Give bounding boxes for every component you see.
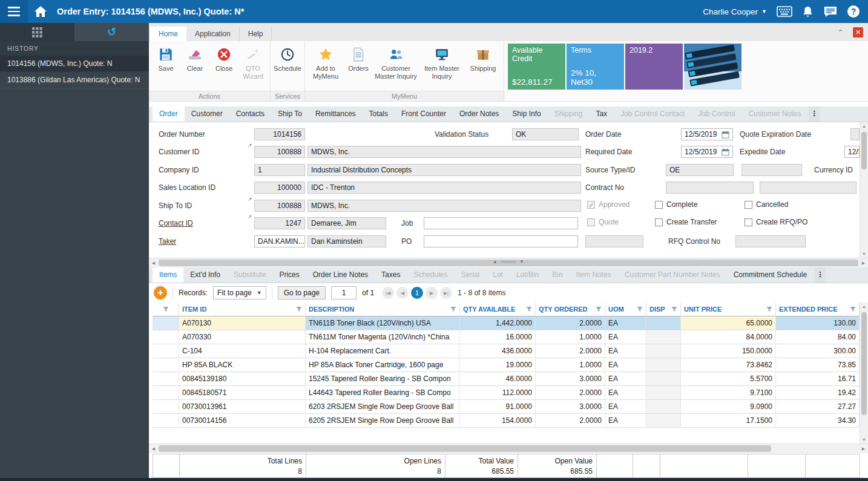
history-item-1014156[interactable]: 1014156 (MDWS, Inc.) Quote: N	[0, 56, 149, 72]
scroll-down-arrow[interactable]: ▼	[860, 250, 868, 258]
tab-tax[interactable]: Tax	[589, 106, 614, 122]
customer-master-inquiry-button[interactable]: Customer Master Inquiry	[373, 44, 418, 80]
add-line-button[interactable]: +	[154, 286, 167, 299]
cell-item-id[interactable]: 00845139180	[179, 372, 306, 386]
misc-field[interactable]	[585, 235, 643, 247]
cell-description[interactable]: H-104 Replacement Cart.	[306, 344, 460, 358]
external-link-icon[interactable]: ↗	[248, 214, 252, 220]
cell-disp[interactable]	[646, 344, 681, 358]
cell-unit-price[interactable]: 150.0000	[681, 344, 776, 358]
col-header-qty-available[interactable]: QTY AVAILABLE	[460, 303, 536, 316]
tile-terms[interactable]: Terms2% 10, Net30	[567, 44, 624, 90]
cell-disp[interactable]	[646, 386, 681, 400]
customer-id-field[interactable]: 100888	[254, 146, 305, 158]
tab-totals[interactable]: Totals	[363, 106, 395, 122]
expedite-date-field[interactable]: 12/5/2	[844, 146, 860, 158]
keyboard-icon[interactable]	[777, 6, 792, 17]
cell-qty-ordered[interactable]: 2.0000	[536, 414, 605, 428]
grid-horizontal-scrollbar[interactable]: ◀ ▶	[149, 443, 868, 453]
cell-disp[interactable]	[646, 358, 681, 372]
cell-uom[interactable]: EA	[605, 372, 646, 386]
go-to-page-button[interactable]: Go to page	[278, 286, 326, 299]
ship-to-name-field[interactable]: MDWS, Inc.	[307, 200, 581, 212]
cell-extended-price[interactable]: 300.00	[776, 344, 860, 358]
cell-qty-available[interactable]: 19.0000	[460, 358, 536, 372]
tile-available-credit[interactable]: Available Credit$22,811.27	[508, 44, 565, 90]
scroll-up-arrow[interactable]: ▲	[860, 303, 868, 310]
col-header-extended-price[interactable]: EXTENDED PRICE	[776, 303, 860, 316]
lower-tab-prices[interactable]: Prices	[272, 267, 306, 283]
cell-description[interactable]: 6205 2RSJEM Single Row Deep Groove Ball	[306, 414, 460, 428]
row-selector-cell[interactable]	[153, 386, 179, 400]
cell-description[interactable]: TN611M Toner Magenta (120V/inch) *China	[306, 330, 460, 344]
cell-description[interactable]: 6203 2RSJEM Single Row Deep Groove Ball	[306, 400, 460, 414]
chat-icon[interactable]	[823, 5, 838, 18]
help-icon[interactable]: ?	[847, 5, 860, 18]
form-vertical-scrollbar[interactable]: ▲ ▼	[860, 122, 868, 258]
cell-unit-price[interactable]: 9.0900	[681, 400, 776, 414]
menu-tab-application[interactable]: Application	[186, 27, 240, 41]
quote-expiration-date-field[interactable]	[850, 128, 860, 140]
taker-name-field[interactable]: Dan Kaminstein	[307, 235, 386, 247]
filter-icon[interactable]	[450, 306, 456, 312]
col-header-disp[interactable]: DISP	[646, 303, 681, 316]
notifications-bell-icon[interactable]	[802, 5, 814, 18]
filter-icon[interactable]	[850, 306, 856, 312]
last-page-button[interactable]: ▶|	[440, 287, 452, 299]
tab-order[interactable]: Order	[153, 106, 185, 122]
user-menu[interactable]: Charlie Cooper▼	[703, 7, 767, 16]
cell-disp[interactable]	[646, 400, 681, 414]
contact-name-field[interactable]: Demaree, Jim	[307, 217, 386, 229]
history-item-1013886[interactable]: 1013886 (Gildan Las Americas) Quote: N	[0, 72, 149, 88]
job-field[interactable]	[424, 217, 578, 229]
company-name-field[interactable]: Industrial Distribution Concepts	[307, 164, 581, 176]
cell-unit-price[interactable]: 84.0000	[681, 330, 776, 344]
scroll-up-arrow[interactable]: ▲	[860, 122, 868, 130]
company-id-field[interactable]: 1	[254, 164, 305, 176]
cell-extended-price[interactable]: 130.00	[776, 316, 860, 330]
menu-tab-help[interactable]: Help	[240, 27, 272, 41]
cell-disp[interactable]	[646, 372, 681, 386]
page-number-input[interactable]: 1	[331, 286, 357, 299]
cell-uom[interactable]: EA	[605, 358, 646, 372]
save-button[interactable]: Save	[152, 44, 180, 73]
cell-qty-ordered[interactable]: 2.0000	[536, 386, 605, 400]
cell-qty-available[interactable]: 91.0000	[460, 400, 536, 414]
cell-item-id[interactable]: 00730013961	[179, 400, 306, 414]
filter-icon[interactable]	[766, 306, 772, 312]
tab-order-notes[interactable]: Order Notes	[453, 106, 505, 122]
form-horizontal-scrollbar[interactable]: ◀ ▶ ▲▼	[149, 258, 868, 267]
row-selector-cell[interactable]	[153, 358, 179, 372]
row-selector-cell[interactable]	[153, 316, 179, 330]
pane-splitter-grip[interactable]: ▲▼	[493, 259, 524, 264]
complete-checkbox[interactable]: Complete	[655, 200, 697, 209]
cell-unit-price[interactable]: 17.1500	[681, 414, 776, 428]
scroll-down-arrow[interactable]: ▼	[860, 436, 868, 443]
external-link-icon[interactable]: ↗	[248, 196, 252, 202]
rfq-control-no-field[interactable]	[735, 235, 806, 247]
create-transfer-checkbox[interactable]: Create Transfer	[655, 218, 717, 226]
cell-uom[interactable]: EA	[605, 344, 646, 358]
cell-description[interactable]: 15245 Tapered Roller Bearing - SB Compon	[306, 372, 460, 386]
cell-item-id[interactable]: A070130	[179, 316, 306, 330]
cell-disp[interactable]	[646, 414, 681, 428]
validation-status-field[interactable]: OK	[512, 128, 579, 140]
scroll-left-arrow[interactable]: ◀	[149, 258, 158, 267]
grid-vertical-scrollbar[interactable]: ▲ ▼	[860, 303, 868, 443]
next-page-button[interactable]: ▶	[426, 287, 438, 299]
lower-tab-ext-d-info[interactable]: Ext'd Info	[183, 267, 227, 283]
scroll-left-arrow[interactable]: ◀	[149, 444, 158, 453]
filter-icon[interactable]	[596, 306, 602, 312]
hamburger-menu-icon[interactable]	[0, 0, 28, 23]
scrollbar-thumb[interactable]	[861, 312, 867, 415]
table-row[interactable]: 007300141566205 2RSJEM Single Row Deep G…	[153, 414, 860, 428]
taker-field[interactable]: DAN.KAMIN...	[254, 235, 305, 247]
cell-extended-price[interactable]: 84.00	[776, 330, 860, 344]
cell-uom[interactable]: EA	[605, 414, 646, 428]
lower-tab-order-line-notes[interactable]: Order Line Notes	[306, 267, 375, 283]
cell-disp[interactable]	[646, 330, 681, 344]
cell-qty-ordered[interactable]: 1.0000	[536, 358, 605, 372]
tab-contacts[interactable]: Contacts	[229, 106, 271, 122]
scroll-right-arrow[interactable]: ▶	[859, 258, 868, 267]
cell-extended-price[interactable]: 16.71	[776, 372, 860, 386]
